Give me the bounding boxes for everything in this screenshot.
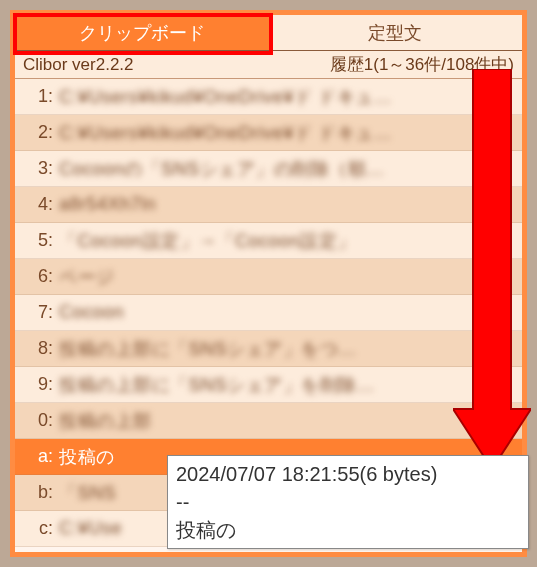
status-bar: Clibor ver2.2.2 履歴1(1～36件/108件中) <box>15 51 522 79</box>
item-key: 0: <box>21 410 59 431</box>
app-version: Clibor ver2.2.2 <box>23 55 134 75</box>
list-item[interactable]: 5: 「Cocoon設定」→「Cocoon設定」 <box>15 223 522 259</box>
list-item[interactable]: 2: C:¥Users¥kikud¥OneDrive¥ド ドキュ… <box>15 115 522 151</box>
item-text: Cocoon <box>59 302 516 323</box>
list-item[interactable]: 9: 投稿の上部に「SNSシェア」を削除… <box>15 367 522 403</box>
item-text: 投稿の上部に「SNSシェア」を削除… <box>59 373 516 397</box>
pager-status: 履歴1(1～36件/108件中) <box>330 53 514 76</box>
item-key: 2: <box>21 122 59 143</box>
tab-bar: クリップボード 定型文 <box>15 15 522 51</box>
tooltip-popup: 2024/07/07 18:21:55(6 bytes) -- 投稿の <box>167 455 529 549</box>
item-key: 5: <box>21 230 59 251</box>
item-text: 投稿の上部 <box>59 409 516 433</box>
tab-clipboard[interactable]: クリップボード <box>15 15 269 51</box>
list-item[interactable]: 7: Cocoon <box>15 295 522 331</box>
item-key: c: <box>21 518 59 539</box>
item-key: 9: <box>21 374 59 395</box>
item-key: 3: <box>21 158 59 179</box>
tooltip-preview: 投稿の <box>176 516 520 544</box>
tab-template[interactable]: 定型文 <box>269 15 523 51</box>
list-item[interactable]: 0: 投稿の上部 <box>15 403 522 439</box>
item-text: C:¥Users¥kikud¥OneDrive¥ド ドキュ… <box>59 121 516 145</box>
list-item[interactable]: 3: Cocoonの「SNSシェア」の削除（順… <box>15 151 522 187</box>
item-text: Cocoonの「SNSシェア」の削除（順… <box>59 157 516 181</box>
item-text: ページ <box>59 265 516 289</box>
item-key: a: <box>21 446 59 467</box>
item-text: 「Cocoon設定」→「Cocoon設定」 <box>59 229 516 253</box>
list-item[interactable]: 1: C:¥Users¥kikud¥OneDrive¥ド ドキュ… <box>15 79 522 115</box>
item-key: 1: <box>21 86 59 107</box>
item-key: b: <box>21 482 59 503</box>
item-key: 4: <box>21 194 59 215</box>
item-text: C:¥Users¥kikud¥OneDrive¥ド ドキュ… <box>59 85 516 109</box>
item-key: 7: <box>21 302 59 323</box>
list-item[interactable]: 4: a8r54Xh7ln <box>15 187 522 223</box>
item-text: 投稿の上部に「SNSシェア」をつ… <box>59 337 516 361</box>
item-key: 8: <box>21 338 59 359</box>
item-key: 6: <box>21 266 59 287</box>
item-text: a8r54Xh7ln <box>59 194 516 215</box>
tooltip-divider: -- <box>176 488 520 516</box>
list-item[interactable]: 8: 投稿の上部に「SNSシェア」をつ… <box>15 331 522 367</box>
list-item[interactable]: 6: ページ <box>15 259 522 295</box>
tooltip-timestamp: 2024/07/07 18:21:55(6 bytes) <box>176 460 520 488</box>
